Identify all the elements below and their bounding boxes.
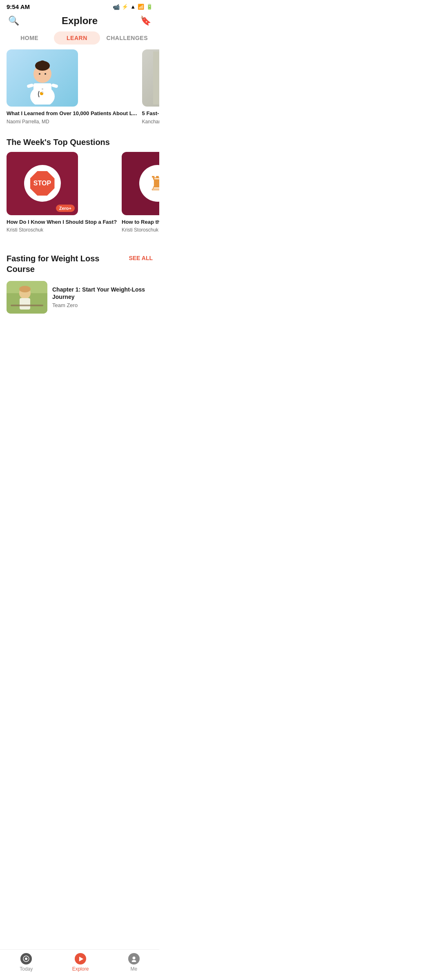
page-title: Explore bbox=[62, 15, 98, 27]
svg-rect-27 bbox=[20, 298, 30, 310]
featured-card-doctor-author: Naomi Parrella, MD bbox=[7, 119, 137, 125]
svg-point-4 bbox=[39, 60, 46, 67]
svg-rect-13 bbox=[153, 51, 159, 105]
question-stop-title: How Do I Know When I Should Stop a Fast? bbox=[7, 218, 117, 226]
question-card-stop[interactable]: STOP Zero+ How Do I Know When I Should S… bbox=[7, 152, 117, 240]
svg-rect-12 bbox=[51, 83, 58, 88]
featured-card-spices-author: Kanchan Koya, PhD bbox=[142, 119, 159, 125]
course-section-title: Fasting for Weight Loss Course bbox=[7, 253, 125, 274]
question-card-chess[interactable]: ♜ Zero+ How to Reap the Benefits of Fast… bbox=[122, 152, 159, 240]
course-team: Team Zero bbox=[52, 302, 153, 308]
svg-point-26 bbox=[19, 286, 31, 292]
svg-rect-28 bbox=[11, 305, 43, 306]
tab-challenges[interactable]: CHALLENGES bbox=[102, 31, 153, 45]
search-icon[interactable]: 🔍 bbox=[8, 16, 19, 26]
featured-card-spices[interactable]: Zero+ 5 Fast-Friendly Spices to Boost Di… bbox=[142, 49, 159, 125]
question-card-stop-image: STOP Zero+ bbox=[7, 152, 78, 215]
top-questions-title: The Week's Top Questions bbox=[0, 131, 159, 152]
wifi-icon: 📶 bbox=[138, 4, 144, 10]
chess-piece-icon: ♜ bbox=[149, 172, 159, 195]
bookmark-icon[interactable]: 🔖 bbox=[140, 16, 151, 26]
featured-cards-row: What I Learned from Over 10,000 Patients… bbox=[0, 49, 159, 131]
status-bar: 9:54 AM 📹 ⚡ ▲ 📶 🔋 bbox=[0, 0, 159, 12]
question-chess-author: Kristi Storoschuk bbox=[122, 227, 159, 233]
zero-plus-badge-stop: Zero+ bbox=[56, 205, 75, 212]
course-thumbnail bbox=[7, 281, 47, 314]
stop-sign-circle: STOP bbox=[24, 165, 61, 202]
bluetooth-icon: ⚡ bbox=[122, 4, 128, 10]
tab-home[interactable]: HOME bbox=[7, 31, 52, 45]
course-thumb-illustration bbox=[7, 281, 47, 314]
featured-card-doctor-title: What I Learned from Over 10,000 Patients… bbox=[7, 110, 137, 117]
featured-card-doctor-image bbox=[7, 49, 78, 107]
chess-piece-circle: ♜ bbox=[139, 165, 159, 202]
tab-learn[interactable]: LEARN bbox=[54, 31, 100, 45]
camera-icon: 📹 bbox=[113, 4, 120, 10]
status-time: 9:54 AM bbox=[7, 3, 30, 10]
svg-point-9 bbox=[42, 88, 43, 90]
svg-point-10 bbox=[42, 91, 43, 93]
course-chapter-title: Chapter 1: Start Your Weight-Loss Journe… bbox=[52, 286, 153, 301]
question-chess-title: How to Reap the Benefits of Fasting wi..… bbox=[122, 218, 159, 226]
question-stop-author: Kristi Storoschuk bbox=[7, 227, 117, 233]
signal-icon: ▲ bbox=[130, 4, 136, 10]
status-icons: 📹 ⚡ ▲ 📶 🔋 bbox=[113, 4, 153, 10]
svg-point-6 bbox=[45, 73, 46, 75]
svg-rect-11 bbox=[27, 83, 34, 88]
tab-bar: HOME LEARN CHALLENGES bbox=[0, 31, 159, 49]
battery-icon: 🔋 bbox=[146, 4, 153, 10]
scroll-content: What I Learned from Over 10,000 Patients… bbox=[0, 49, 159, 351]
featured-card-spices-title: 5 Fast-Friendly Spices to Boost Digestio… bbox=[142, 110, 159, 117]
question-card-chess-image: ♜ Zero+ bbox=[122, 152, 159, 215]
course-item[interactable]: Chapter 1: Start Your Weight-Loss Journe… bbox=[7, 281, 153, 314]
stop-sign-icon: STOP bbox=[30, 171, 55, 196]
doctor-illustration bbox=[18, 51, 67, 105]
svg-point-5 bbox=[39, 73, 40, 75]
questions-row: STOP Zero+ How Do I Know When I Should S… bbox=[0, 152, 159, 247]
see-all-button[interactable]: SEE ALL bbox=[129, 255, 153, 261]
course-section: Fasting for Weight Loss Course SEE ALL bbox=[0, 247, 159, 318]
course-info: Chapter 1: Start Your Weight-Loss Journe… bbox=[52, 286, 153, 308]
featured-card-doctor[interactable]: What I Learned from Over 10,000 Patients… bbox=[7, 49, 137, 125]
person-illustration bbox=[153, 51, 159, 105]
course-header: Fasting for Weight Loss Course SEE ALL bbox=[7, 253, 153, 274]
featured-card-spices-image: Zero+ bbox=[142, 49, 159, 107]
header: 🔍 Explore 🔖 bbox=[0, 12, 159, 31]
